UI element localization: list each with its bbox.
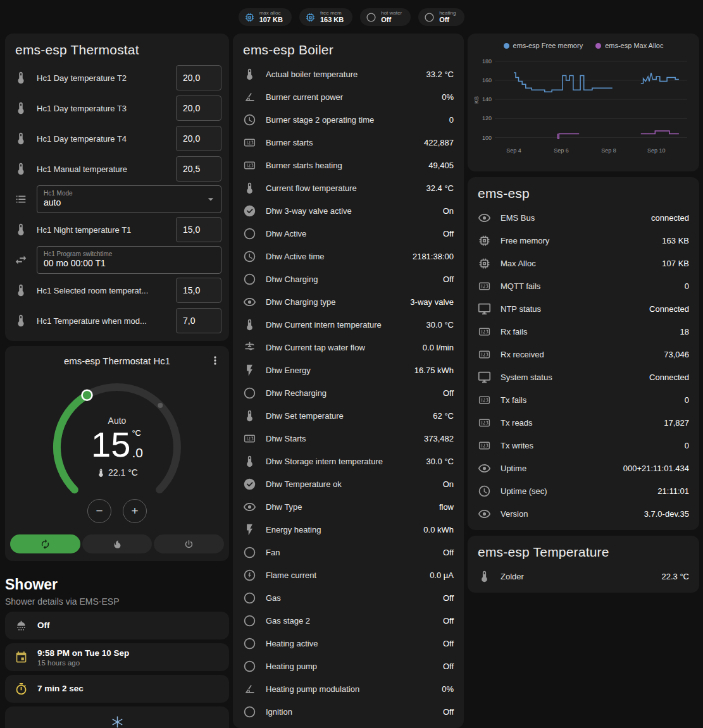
entity-row[interactable]: Dhw Active Off	[233, 222, 464, 245]
select-input[interactable]: Hc1 Mode auto	[37, 185, 221, 213]
entity-row[interactable]: EMS Bus connected	[468, 206, 699, 229]
entity-row[interactable]: Dhw Current tap water flow 0.0 l/min	[233, 336, 464, 359]
increase-temperature-button[interactable]: +	[123, 499, 147, 523]
status-badge[interactable]: heating Off	[418, 8, 464, 26]
entity-row[interactable]: System status Connected	[468, 366, 699, 388]
entity-row[interactable]: Heating pump modulation 0%	[233, 677, 464, 700]
number-input[interactable]: 20,0	[176, 96, 221, 121]
entity-value: 0	[449, 115, 454, 125]
entity-row[interactable]: MQTT fails 0	[468, 275, 699, 297]
dial-handle[interactable]	[82, 390, 92, 400]
setting-label: Hc1 Day temperature T4	[37, 134, 176, 144]
entity-row[interactable]: Zolder 22.3 °C	[468, 565, 699, 588]
thermostat-dial[interactable]: Auto 15 °C .0 22.1 °C	[35, 369, 199, 528]
status-badge[interactable]: free mem 163 KB	[299, 8, 352, 26]
thermostat-settings-card: ems-esp Thermostat Hc1 Day temperature T…	[5, 34, 229, 341]
entity-row[interactable]: Version 3.7.0-dev.35	[468, 502, 699, 525]
entity-row[interactable]: Dhw Starts 373,482	[233, 427, 464, 450]
hvac-mode-button[interactable]	[10, 534, 80, 553]
entity-label: Burner current power	[266, 92, 432, 102]
number-input[interactable]: 20,0	[176, 126, 221, 151]
entity-row[interactable]: Free memory 163 KB	[468, 229, 699, 252]
entity-row[interactable]: Burner current power 0%	[233, 85, 464, 108]
circle-outline-icon	[366, 12, 376, 23]
entity-row[interactable]: Dhw Current intern temperature 30.0 °C	[233, 313, 464, 336]
number-input[interactable]: 20,0	[176, 65, 221, 90]
entity-row[interactable]: Dhw Storage intern temperature 30.0 °C	[233, 450, 464, 472]
status-badge[interactable]: max alloc 107 KB	[239, 8, 292, 26]
entity-row[interactable]: Fan Off	[233, 541, 464, 564]
number-input[interactable]: 15,0	[176, 217, 221, 242]
decrease-temperature-button[interactable]: −	[87, 499, 111, 523]
svg-text:KB: KB	[473, 96, 480, 104]
entity-row[interactable]: Dhw Temperature ok On	[233, 472, 464, 495]
badge-label: free mem	[320, 10, 344, 16]
shower-card-text: 7 min 2 sec	[37, 684, 84, 693]
entity-row[interactable]: Dhw Recharging Off	[233, 381, 464, 404]
card-title: ems-esp Temperature	[468, 536, 699, 565]
right-column: ems-esp Free memory ems-esp Max Alloc 10…	[468, 34, 699, 593]
setting-row: Hc1 Night temperature T1 15,0 Hc1 Night …	[5, 214, 229, 245]
entity-row[interactable]: Gas stage 2 Off	[233, 609, 464, 632]
entity-row[interactable]: Dhw 3-way valve active On	[233, 199, 464, 222]
number-input[interactable]: 20,5	[176, 156, 221, 182]
entity-row[interactable]: Ignition Off	[233, 700, 464, 723]
entity-row[interactable]: Dhw Set temperature 62 °C	[233, 404, 464, 427]
entity-row[interactable]: Rx fails 18	[468, 320, 699, 343]
entity-row[interactable]: Dhw Type flow	[233, 495, 464, 518]
entity-row[interactable]: Uptime 000+21:11:01.434	[468, 457, 699, 479]
entity-label: Dhw Starts	[266, 434, 414, 443]
entity-label: Dhw Charging	[266, 275, 433, 284]
svg-text:120: 120	[482, 115, 492, 121]
number-input[interactable]: 7,0	[176, 308, 221, 333]
svg-text:100: 100	[482, 135, 492, 141]
entity-row[interactable]: Tx fails 0	[468, 388, 699, 411]
entity-label: MQTT fails	[501, 281, 675, 291]
shower-card[interactable]	[5, 706, 229, 728]
entity-value: On	[443, 479, 454, 489]
circle-outline-icon	[243, 660, 256, 673]
dots-vertical-icon[interactable]	[209, 354, 221, 367]
entity-row[interactable]: Dhw Energy 16.75 kWh	[233, 359, 464, 381]
hvac-mode-button[interactable]	[154, 534, 224, 553]
entity-row[interactable]: Rx received 73,046	[468, 343, 699, 366]
shower-card[interactable]: 9:58 PM on Tue 10 Sep 15 hours ago	[5, 643, 229, 671]
shower-card[interactable]: 7 min 2 sec	[5, 675, 229, 703]
shower-card-text: Off	[37, 620, 50, 630]
entity-row[interactable]: Burner starts 422,887	[233, 131, 464, 154]
thermostat-hc1-card: ems-esp Thermostat Hc1 Auto 15	[5, 346, 229, 561]
entity-row[interactable]: Heating active Off	[233, 632, 464, 655]
entity-row[interactable]: Flame current 0.0 µA	[233, 564, 464, 586]
shower-card[interactable]: Off	[5, 612, 229, 639]
entity-row[interactable]: Max Alloc 107 KB	[468, 252, 699, 275]
status-badge[interactable]: hot water Off	[360, 8, 411, 26]
eye-icon	[478, 462, 491, 475]
badge-value: Off	[381, 16, 402, 24]
hvac-mode-button[interactable]	[82, 534, 152, 553]
entity-row[interactable]: NTP status Connected	[468, 297, 699, 320]
entity-row[interactable]: Dhw Active time 2181:38:00	[233, 245, 464, 268]
thermometer-icon	[243, 182, 256, 195]
shower-section-header: Shower Shower details via EMS-ESP	[5, 561, 229, 608]
legend-item[interactable]: ems-esp Max Alloc	[595, 42, 663, 49]
card-title: ems-esp Boiler	[233, 34, 464, 63]
history-chart[interactable]: 100120140160180Sep 4Sep 6Sep 8Sep 10KB	[473, 52, 694, 156]
number-input[interactable]: 15,0	[176, 278, 221, 303]
entity-row[interactable]: Gas Off	[233, 586, 464, 609]
entity-row[interactable]: Tx reads 17,827	[468, 411, 699, 434]
legend-item[interactable]: ems-esp Free memory	[504, 42, 583, 49]
entity-row[interactable]: Energy heating 0.0 kWh	[233, 518, 464, 541]
entity-value: Off	[443, 616, 454, 626]
entity-row[interactable]: Burner starts heating 49,405	[233, 154, 464, 176]
entity-row[interactable]: Uptime (sec) 21:11:01	[468, 479, 699, 502]
entity-row[interactable]: Dhw Charging Off	[233, 268, 464, 290]
select-input[interactable]: Hc1 Program switchtime 00 mo 00:00 T1	[37, 246, 221, 274]
flash-icon	[243, 364, 256, 377]
entity-row[interactable]: Heating pump Off	[233, 655, 464, 677]
entity-row[interactable]: Actual boiler temperature 33.2 °C	[233, 63, 464, 85]
entity-row[interactable]: Burner stage 2 operating time 0	[233, 108, 464, 131]
entity-row[interactable]: Tx writes 0	[468, 434, 699, 457]
entity-row[interactable]: Current flow temperature 32.4 °C	[233, 176, 464, 199]
entity-label: Max Alloc	[501, 259, 652, 268]
entity-row[interactable]: Dhw Charging type 3-way valve	[233, 290, 464, 313]
